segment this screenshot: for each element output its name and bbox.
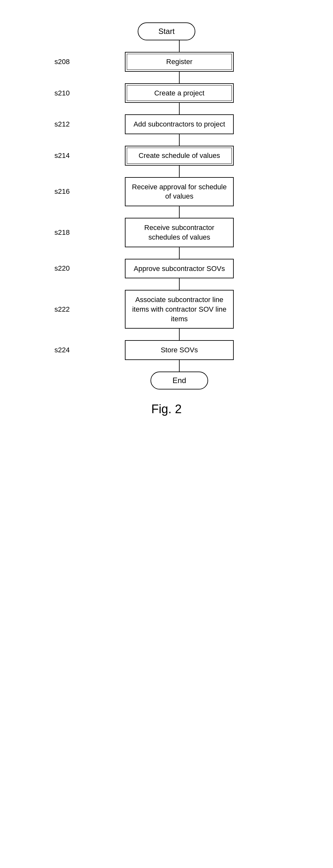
figure-label: Fig. 2	[151, 402, 181, 416]
label-s214: s214	[55, 152, 80, 160]
connector-4	[179, 165, 179, 177]
label-s218: s218	[55, 228, 80, 237]
step-s214: Create schedule of values	[125, 146, 234, 165]
start-section: Start	[55, 23, 278, 52]
label-s222: s222	[55, 305, 80, 314]
label-s208: s208	[55, 58, 80, 66]
row-s210: s210 Create a project	[55, 83, 278, 103]
row-s220: s220 Approve subcontractor SOVs	[55, 259, 278, 279]
row-s218: s218 Receive subcontractor schedules of …	[55, 218, 278, 247]
row-s216: s216 Receive approval for schedule of va…	[55, 177, 278, 206]
step-s210: Create a project	[125, 83, 234, 103]
connector-8	[179, 329, 179, 340]
connector-5	[179, 206, 179, 218]
step-s220: Approve subcontractor SOVs	[125, 259, 234, 279]
step-s208: Register	[125, 52, 234, 72]
flowchart-container: Start s208 Register s210 Create a projec…	[55, 13, 278, 416]
row-s224: s224 Store SOVs	[55, 340, 278, 360]
row-s212: s212 Add subcontractors to project	[55, 114, 278, 134]
label-s220: s220	[55, 264, 80, 273]
step-s212: Add subcontractors to project	[125, 114, 234, 134]
connector-2	[179, 103, 179, 114]
connector-9	[179, 360, 179, 372]
connector-7	[179, 278, 179, 290]
row-s222: s222 Associate subcontractor line items …	[55, 290, 278, 329]
end-node: End	[151, 372, 208, 390]
label-s212: s212	[55, 120, 80, 128]
row-s214: s214 Create schedule of values	[55, 146, 278, 165]
connector-3	[179, 134, 179, 146]
connector-1	[179, 72, 179, 83]
connector-6	[179, 247, 179, 259]
step-s222: Associate subcontractor line items with …	[125, 290, 234, 329]
step-s216: Receive approval for schedule of values	[125, 177, 234, 206]
step-s218: Receive subcontractor schedules of value…	[125, 218, 234, 247]
label-s210: s210	[55, 89, 80, 97]
start-node: Start	[138, 23, 195, 40]
label-s224: s224	[55, 346, 80, 354]
label-s216: s216	[55, 187, 80, 196]
row-s208: s208 Register	[55, 52, 278, 72]
step-s224: Store SOVs	[125, 340, 234, 360]
